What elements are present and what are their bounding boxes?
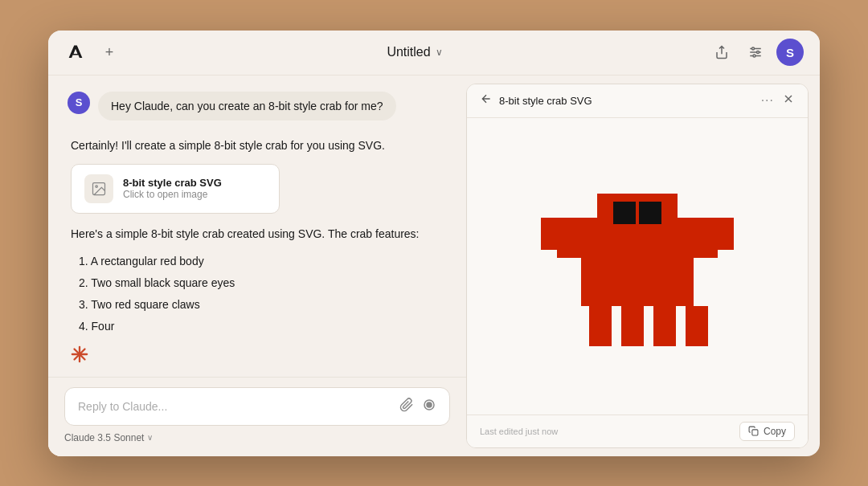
copy-icon bbox=[748, 426, 759, 436]
back-button[interactable] bbox=[480, 92, 493, 108]
svg-rect-25 bbox=[621, 306, 644, 346]
copy-label: Copy bbox=[764, 426, 786, 437]
new-chat-button[interactable]: + bbox=[98, 41, 121, 63]
artifact-card[interactable]: 8-bit style crab SVG Click to open image bbox=[71, 164, 280, 214]
svg-point-5 bbox=[753, 55, 755, 57]
artifact-card-title: 8-bit style crab SVG bbox=[123, 177, 222, 189]
artifact-card-icon bbox=[84, 174, 113, 203]
list-item: 1. A rectangular red body bbox=[79, 251, 444, 272]
svg-point-4 bbox=[757, 51, 760, 54]
svg-rect-20 bbox=[557, 234, 581, 258]
footer-timestamp: Last edited just now bbox=[480, 427, 558, 436]
image-icon bbox=[91, 181, 107, 197]
user-avatar[interactable]: S bbox=[776, 39, 804, 66]
artifact-close-button[interactable] bbox=[782, 92, 795, 109]
artifact-card-info: 8-bit style crab SVG Click to open image bbox=[123, 177, 222, 200]
title-bar-left: + bbox=[64, 41, 121, 63]
user-avatar-small: S bbox=[68, 92, 90, 114]
artifact-footer: Last edited just now Copy bbox=[467, 415, 808, 447]
share-button[interactable] bbox=[709, 39, 735, 65]
user-message-row: S Hey Claude, can you create an 8-bit st… bbox=[68, 92, 447, 120]
chat-panel: S Hey Claude, can you create an 8-bit st… bbox=[48, 76, 466, 456]
title-chevron-icon: ∨ bbox=[436, 47, 443, 58]
svg-rect-28 bbox=[752, 430, 758, 435]
chat-input-placeholder: Reply to Claude... bbox=[78, 400, 399, 413]
settings-button[interactable] bbox=[743, 39, 768, 65]
title-center[interactable]: Untitled ∨ bbox=[387, 45, 442, 59]
paperclip-icon bbox=[399, 398, 414, 412]
artifact-panel-title: 8-bit style crab SVG bbox=[499, 95, 592, 107]
response-list: 1. A rectangular red body 2. Two small b… bbox=[71, 251, 444, 338]
crab-svg bbox=[509, 153, 766, 378]
attach-icon[interactable] bbox=[399, 398, 414, 415]
assistant-intro-text: Certainly! I'll create a simple 8-bit st… bbox=[71, 137, 444, 154]
artifact-card-subtitle: Click to open image bbox=[123, 189, 222, 200]
close-icon bbox=[782, 92, 795, 105]
crab-svg-container bbox=[483, 134, 792, 398]
app-window: + Untitled ∨ S bbox=[48, 31, 820, 456]
asterisk-icon bbox=[71, 345, 88, 363]
chat-messages: S Hey Claude, can you create an 8-bit st… bbox=[48, 76, 466, 377]
response-intro: Here's a simple 8-bit style crab created… bbox=[71, 225, 444, 244]
svg-rect-27 bbox=[686, 306, 708, 346]
artifact-menu-button[interactable]: ··· bbox=[761, 93, 774, 108]
svg-rect-22 bbox=[613, 202, 636, 224]
list-item: 2. Two small black square eyes bbox=[79, 272, 444, 294]
svg-rect-24 bbox=[589, 306, 612, 346]
artifact-panel: 8-bit style crab SVG ··· bbox=[466, 84, 809, 448]
artifact-content bbox=[467, 118, 808, 415]
svg-rect-26 bbox=[653, 306, 676, 346]
model-selector[interactable]: Claude 3.5 Sonnet ∨ bbox=[64, 432, 450, 443]
anthropic-logo bbox=[64, 41, 87, 63]
artifact-panel-header: 8-bit style crab SVG ··· bbox=[467, 84, 808, 118]
title-bar: + Untitled ∨ S bbox=[48, 31, 820, 76]
svg-rect-21 bbox=[694, 234, 718, 258]
settings-icon bbox=[748, 45, 763, 59]
back-arrow-icon bbox=[480, 92, 493, 105]
model-name: Claude 3.5 Sonnet bbox=[64, 432, 144, 443]
input-icons bbox=[399, 398, 436, 415]
svg-rect-23 bbox=[639, 202, 661, 224]
list-item: 4. Four bbox=[79, 316, 444, 337]
title-bar-right: S bbox=[709, 39, 804, 66]
anthropic-logo-svg bbox=[64, 41, 87, 63]
mic-icon bbox=[422, 398, 436, 412]
list-item: 3. Two red square claws bbox=[79, 294, 444, 316]
artifact-panel-right: ··· bbox=[761, 92, 795, 109]
page-title: Untitled bbox=[387, 45, 430, 59]
svg-point-13 bbox=[427, 402, 432, 407]
user-bubble: Hey Claude, can you create an 8-bit styl… bbox=[98, 92, 396, 120]
loading-icon bbox=[71, 345, 444, 368]
svg-rect-17 bbox=[597, 194, 678, 234]
chat-input-box[interactable]: Reply to Claude... bbox=[64, 387, 450, 426]
artifact-panel-left: 8-bit style crab SVG bbox=[480, 92, 592, 108]
svg-point-3 bbox=[752, 47, 755, 50]
record-icon[interactable] bbox=[422, 398, 436, 415]
chat-input-area: Reply to Claude... bbox=[48, 377, 466, 456]
copy-button[interactable]: Copy bbox=[739, 422, 795, 441]
assistant-message: Certainly! I'll create a simple 8-bit st… bbox=[68, 137, 447, 369]
share-icon bbox=[714, 45, 729, 59]
model-chevron-icon: ∨ bbox=[147, 433, 153, 442]
main-area: S Hey Claude, can you create an 8-bit st… bbox=[48, 76, 820, 456]
svg-point-7 bbox=[96, 186, 98, 188]
